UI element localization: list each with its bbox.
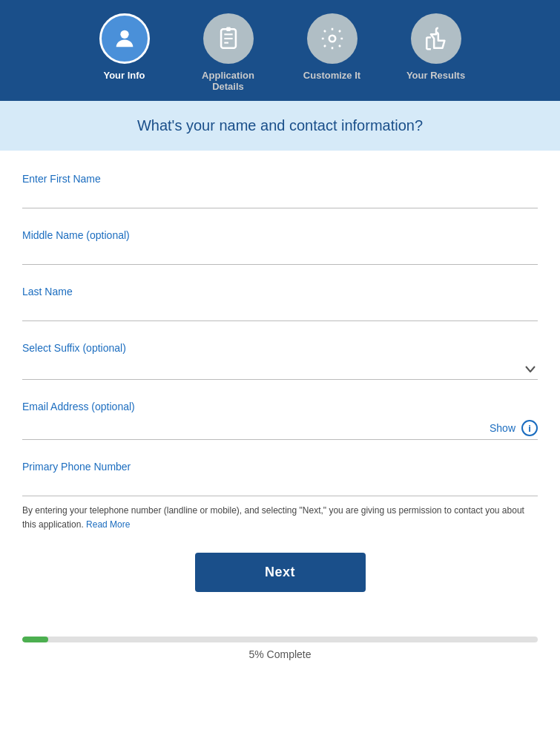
document-icon [216,26,241,51]
main-form-area: What's your name and contact information… [0,101,560,637]
progress-bar-fill [22,637,48,642]
email-input-row: Show i [22,417,538,440]
middle-name-group: Middle Name (optional) [22,229,538,265]
step-circle-your-info [99,13,150,64]
phone-label: Primary Phone Number [22,461,538,473]
email-group: Email Address (optional) Show i [22,401,538,440]
header: Your Info Application Details [0,0,560,101]
step-circle-customize-it [307,13,358,64]
suffix-select[interactable]: Jr. Sr. II III IV [22,363,523,375]
gear-icon [320,26,345,51]
chevron-down-icon [523,361,538,376]
stepper: Your Info Application Details [0,13,560,92]
phone-group: Primary Phone Number [22,461,538,496]
progress-section: 5% Complete [0,637,560,675]
middle-name-label: Middle Name (optional) [22,229,538,241]
first-name-group: Enter First Name [22,173,538,208]
suffix-label: Select Suffix (optional) [22,342,538,354]
first-name-label: Enter First Name [22,173,538,185]
email-label: Email Address (optional) [22,401,538,412]
form-heading-banner: What's your name and contact information… [0,101,560,151]
next-button[interactable]: Next [195,553,366,592]
phone-input[interactable] [22,477,538,496]
step-label-your-results: Your Results [406,70,465,81]
step-your-results[interactable]: Your Results [399,13,473,81]
progress-label: 5% Complete [22,648,538,660]
person-icon [112,26,137,51]
suffix-select-row: Jr. Sr. II III IV [22,358,538,380]
suffix-group: Select Suffix (optional) Jr. Sr. II III … [22,342,538,380]
email-input[interactable] [22,422,490,435]
form-heading: What's your name and contact information… [22,117,538,134]
disclaimer-text: By entering your telephone number (landl… [22,504,538,532]
progress-bar-background [22,637,538,642]
last-name-group: Last Name [22,286,538,321]
first-name-input[interactable] [22,189,538,208]
step-label-your-info: Your Info [103,70,145,81]
step-circle-application-details [203,13,254,64]
svg-point-0 [120,30,128,39]
thumbsup-icon [424,26,449,51]
step-label-customize-it: Customize It [303,70,360,81]
step-customize-it[interactable]: Customize It [295,13,369,81]
step-application-details[interactable]: Application Details [191,13,266,92]
email-info-icon[interactable]: i [521,420,538,436]
step-label-application-details: Application Details [191,70,266,92]
last-name-input[interactable] [22,302,538,321]
email-show-button[interactable]: Show [490,422,515,434]
step-your-info[interactable]: Your Info [88,13,162,81]
read-more-link[interactable]: Read More [86,519,130,530]
step-circle-your-results [411,13,461,64]
last-name-label: Last Name [22,286,538,297]
svg-rect-5 [226,27,231,31]
svg-point-6 [329,36,335,42]
middle-name-input[interactable] [22,246,538,265]
